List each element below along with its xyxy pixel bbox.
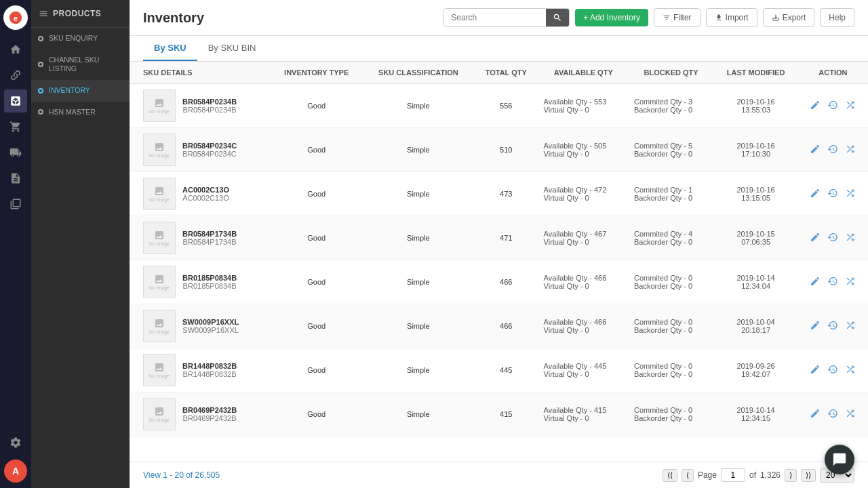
edit-icon[interactable] xyxy=(810,408,821,420)
sku-name: BR0584P0234C xyxy=(182,142,237,150)
sku-sub: SW0009P16XXL xyxy=(182,326,239,334)
total-qty: 473 xyxy=(474,172,538,216)
sku-sub: BR0185P0834B xyxy=(182,282,237,290)
logo-icon[interactable]: e xyxy=(3,5,28,30)
nav-truck-icon[interactable] xyxy=(4,141,27,164)
history-icon[interactable] xyxy=(827,364,838,376)
sidebar-item-sku-enquiry[interactable]: SKU ENQUIRY xyxy=(31,28,130,49)
shuffle-icon[interactable] xyxy=(845,364,856,376)
available-qty: Available Qty - 415 Virtual Qty - 0 xyxy=(538,392,629,436)
shuffle-icon[interactable] xyxy=(845,232,856,244)
sku-image: No Image xyxy=(143,178,176,210)
total-qty: 510 xyxy=(474,128,538,172)
sidebar-header: PRODUCTS xyxy=(31,0,130,28)
search-button[interactable] xyxy=(546,9,569,26)
action-cell xyxy=(798,392,868,436)
header-actions: + Add Inventory Filter Import Export Hel… xyxy=(443,8,854,27)
nav-box-icon[interactable] xyxy=(4,89,27,113)
classification: Simple xyxy=(363,260,474,304)
available-qty: Available Qty - 445 Virtual Qty - 0 xyxy=(538,348,629,392)
shuffle-icon[interactable] xyxy=(845,188,856,200)
col-blocked-qty: BLOCKED QTY xyxy=(629,62,713,84)
history-icon[interactable] xyxy=(827,100,838,112)
nav-home-icon[interactable] xyxy=(4,38,27,61)
sidebar-avatar[interactable]: A xyxy=(4,460,27,483)
page-first-button[interactable]: ⟨⟨ xyxy=(663,469,677,482)
history-icon[interactable] xyxy=(827,232,838,244)
sku-info: No Image BR0584P0234B BR0584P0234B xyxy=(143,89,265,122)
sku-text: AC0002C13O AC0002C13O xyxy=(182,186,229,202)
filter-label: Filter xyxy=(673,13,692,22)
sku-info: No Image BR0584P1734B BR0584P1734B xyxy=(143,222,265,254)
shuffle-icon[interactable] xyxy=(845,320,856,332)
sku-info: No Image AC0002C13O AC0002C13O xyxy=(143,178,265,210)
nav-gear-icon[interactable] xyxy=(4,431,27,454)
blocked-qty: Commited Qty - 0 Backorder Qty - 0 xyxy=(629,392,713,436)
edit-icon[interactable] xyxy=(810,100,821,112)
sidebar-item-hsn-master[interactable]: HSN MASTER xyxy=(31,102,130,123)
action-cell xyxy=(798,216,868,260)
nav-cart-icon[interactable] xyxy=(4,115,27,138)
edit-icon[interactable] xyxy=(810,320,821,332)
page-input[interactable] xyxy=(721,468,745,482)
edit-icon[interactable] xyxy=(810,276,821,288)
blocked-qty: Commited Qty - 4 Backorder Qty - 0 xyxy=(629,216,713,260)
inventory-type: Good xyxy=(271,392,363,436)
page-next-button[interactable]: ⟩ xyxy=(785,469,797,482)
edit-icon[interactable] xyxy=(810,144,821,156)
shuffle-icon[interactable] xyxy=(845,408,856,420)
table-row: No Image BR0185P0834B BR0185P0834B Good … xyxy=(130,260,868,304)
total-qty: 445 xyxy=(474,348,538,392)
import-button[interactable]: Import xyxy=(706,8,757,27)
history-icon[interactable] xyxy=(827,320,838,332)
sku-text: BR0469P2432B BR0469P2432B xyxy=(182,406,237,422)
sidebar-item-channel-sku[interactable]: CHANNEL SKU LISTING xyxy=(31,49,130,80)
nav-catalog-icon[interactable] xyxy=(4,192,27,216)
available-qty: Available Qty - 467 Virtual Qty - 0 xyxy=(538,216,629,260)
search-input[interactable] xyxy=(444,9,546,26)
blocked-qty: Commited Qty - 5 Backorder Qty - 0 xyxy=(629,128,713,172)
inventory-type: Good xyxy=(271,348,363,392)
tab-by-sku[interactable]: By SKU xyxy=(143,36,197,61)
shuffle-icon[interactable] xyxy=(845,144,856,156)
total-qty: 466 xyxy=(474,260,538,304)
nav-link-icon[interactable] xyxy=(4,64,27,87)
help-button[interactable]: Help xyxy=(820,8,854,27)
filter-button[interactable]: Filter xyxy=(654,8,701,27)
sku-name: SW0009P16XXL xyxy=(182,318,239,326)
sku-text: SW0009P16XXL SW0009P16XXL xyxy=(182,318,239,334)
header: Inventory + Add Inventory Filter Import xyxy=(130,0,868,36)
circle-icon xyxy=(38,62,43,67)
history-icon[interactable] xyxy=(827,188,838,200)
edit-icon[interactable] xyxy=(810,364,821,376)
nav-report-icon[interactable] xyxy=(4,167,27,190)
available-qty: Available Qty - 466 Virtual Qty - 0 xyxy=(538,304,629,348)
add-inventory-button[interactable]: + Add Inventory xyxy=(575,9,648,26)
sku-name: BR0185P0834B xyxy=(182,274,237,282)
last-modified: 2019-10-14 12:34:04 xyxy=(713,260,798,304)
last-modified: 2019-09-26 19:42:07 xyxy=(713,348,798,392)
last-modified: 2019-10-16 17:10:30 xyxy=(713,128,798,172)
shuffle-icon[interactable] xyxy=(845,100,856,112)
inventory-type: Good xyxy=(271,84,363,128)
page-last-button[interactable]: ⟩⟩ xyxy=(801,469,816,482)
col-inventory-type: INVENTORY TYPE xyxy=(271,62,363,84)
sku-name: BR0469P2432B xyxy=(182,406,237,414)
chat-bubble[interactable] xyxy=(825,445,854,474)
last-modified: 2019-10-15 07:06:35 xyxy=(713,216,798,260)
history-icon[interactable] xyxy=(827,276,838,288)
export-button[interactable]: Export xyxy=(763,8,815,27)
tab-by-sku-bin[interactable]: By SKU BIN xyxy=(197,36,267,61)
history-icon[interactable] xyxy=(827,144,838,156)
sku-sub: BR0584P0234C xyxy=(182,150,237,158)
shuffle-icon[interactable] xyxy=(845,276,856,288)
edit-icon[interactable] xyxy=(810,232,821,244)
sidebar-item-inventory[interactable]: INVENTORY xyxy=(31,80,130,102)
blocked-qty: Commited Qty - 1 Backorder Qty - 0 xyxy=(629,172,713,216)
edit-icon[interactable] xyxy=(810,188,821,200)
classification: Simple xyxy=(363,304,474,348)
blocked-qty: Commited Qty - 0 Backorder Qty - 0 xyxy=(629,348,713,392)
history-icon[interactable] xyxy=(827,408,838,420)
page-prev-button[interactable]: ⟨ xyxy=(682,469,694,482)
col-sku-classification: SKU CLASSIFICATION xyxy=(363,62,474,84)
